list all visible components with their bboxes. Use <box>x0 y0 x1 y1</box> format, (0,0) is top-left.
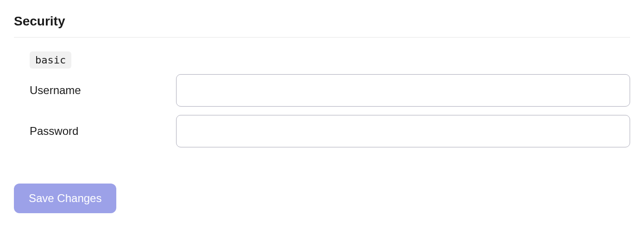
save-button[interactable]: Save Changes <box>14 184 116 213</box>
password-row: Password <box>30 115 630 147</box>
username-input[interactable] <box>176 74 630 107</box>
password-label: Password <box>30 125 176 138</box>
section-title: Security <box>14 14 630 29</box>
auth-type-badge: basic <box>30 51 71 69</box>
section-divider <box>14 37 630 38</box>
actions-row: Save Changes <box>14 184 630 213</box>
username-label: Username <box>30 84 176 97</box>
security-section: Security basic Username Password Save Ch… <box>14 14 630 213</box>
username-row: Username <box>30 74 630 107</box>
password-input[interactable] <box>176 115 630 147</box>
security-form: basic Username Password <box>14 51 630 147</box>
